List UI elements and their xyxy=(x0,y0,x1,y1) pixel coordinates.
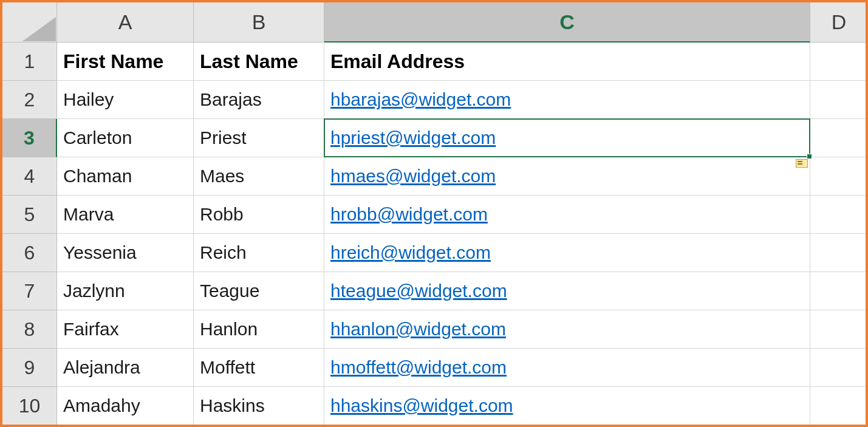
column-header-C[interactable]: C xyxy=(324,2,810,43)
cell-D8[interactable] xyxy=(810,310,868,349)
row-header-10[interactable]: 10 xyxy=(2,387,57,425)
column-header-D[interactable]: D xyxy=(810,2,868,43)
cell-A3[interactable]: Carleton xyxy=(57,119,194,157)
cell-A10[interactable]: Amadahy xyxy=(57,387,194,425)
cell-C9[interactable]: hmoffett@widget.com xyxy=(324,349,810,387)
cell-C7[interactable]: hteague@widget.com xyxy=(324,272,810,310)
cell-C10[interactable]: hhaskins@widget.com xyxy=(324,387,810,425)
cell-C8[interactable]: hhanlon@widget.com xyxy=(324,310,810,349)
flash-fill-options-icon[interactable] xyxy=(796,159,808,168)
cell-C6[interactable]: hreich@widget.com xyxy=(324,234,810,272)
row-header-9[interactable]: 9 xyxy=(2,349,57,387)
cell-A9[interactable]: Alejandra xyxy=(57,349,194,387)
cell-A6[interactable]: Yessenia xyxy=(57,234,194,272)
cell-B4[interactable]: Maes xyxy=(194,157,324,196)
cell-A5[interactable]: Marva xyxy=(57,196,194,234)
cell-C3[interactable]: hpriest@widget.com xyxy=(324,119,810,157)
cell-C5[interactable]: hrobb@widget.com xyxy=(324,196,810,234)
cell-D3[interactable] xyxy=(810,119,868,157)
row-header-1[interactable]: 1 xyxy=(2,43,57,81)
cell-B8[interactable]: Hanlon xyxy=(194,310,324,349)
spreadsheet-grid: A B C D 1 First Name Last Name Email Add… xyxy=(2,2,866,427)
cell-B9[interactable]: Moffett xyxy=(194,349,324,387)
row-header-5[interactable]: 5 xyxy=(2,196,57,234)
cell-C3-value: hpriest@widget.com xyxy=(330,128,496,148)
cell-B5[interactable]: Robb xyxy=(194,196,324,234)
cell-A2[interactable]: Hailey xyxy=(57,81,194,119)
cell-C1[interactable]: Email Address xyxy=(324,43,810,81)
cell-A1[interactable]: First Name xyxy=(57,43,194,81)
cell-A8[interactable]: Fairfax xyxy=(57,310,194,349)
cell-A7[interactable]: Jazlynn xyxy=(57,272,194,310)
cell-D5[interactable] xyxy=(810,196,868,234)
cell-A4[interactable]: Chaman xyxy=(57,157,194,196)
row-header-8[interactable]: 8 xyxy=(2,310,57,349)
cell-D10[interactable] xyxy=(810,387,868,425)
cell-B1[interactable]: Last Name xyxy=(194,43,324,81)
cell-D9[interactable] xyxy=(810,349,868,387)
select-all-corner[interactable] xyxy=(2,2,57,43)
cell-B6[interactable]: Reich xyxy=(194,234,324,272)
row-header-3[interactable]: 3 xyxy=(2,119,57,157)
column-header-A[interactable]: A xyxy=(57,2,194,43)
cell-D7[interactable] xyxy=(810,272,868,310)
row-header-2[interactable]: 2 xyxy=(2,81,57,119)
row-header-4[interactable]: 4 xyxy=(2,157,57,196)
cell-B3[interactable]: Priest xyxy=(194,119,324,157)
row-header-7[interactable]: 7 xyxy=(2,272,57,310)
column-header-B[interactable]: B xyxy=(194,2,324,43)
cell-B7[interactable]: Teague xyxy=(194,272,324,310)
cell-B2[interactable]: Barajas xyxy=(194,81,324,119)
cell-B10[interactable]: Haskins xyxy=(194,387,324,425)
spreadsheet-viewport: A B C D 1 First Name Last Name Email Add… xyxy=(0,0,868,427)
cell-C2[interactable]: hbarajas@widget.com xyxy=(324,81,810,119)
cell-D4[interactable] xyxy=(810,157,868,196)
cell-D6[interactable] xyxy=(810,234,868,272)
cell-D2[interactable] xyxy=(810,81,868,119)
cell-C4[interactable]: hmaes@widget.com xyxy=(324,157,810,196)
cell-D1[interactable] xyxy=(810,43,868,81)
row-header-6[interactable]: 6 xyxy=(2,234,57,272)
